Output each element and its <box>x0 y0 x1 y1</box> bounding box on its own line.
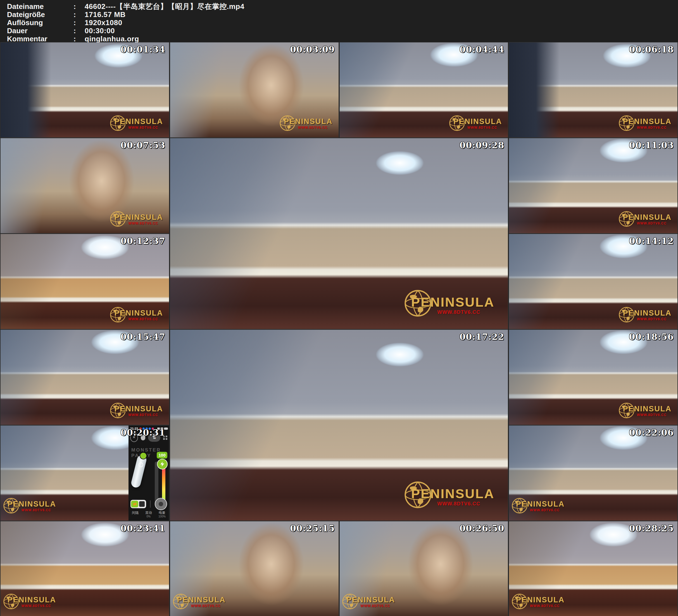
watermark-url: WWW.8DTV6.CC <box>128 413 158 417</box>
watermark-brand: PENINSULA <box>114 213 163 222</box>
watermark-url: WWW.8DTV6.CC <box>191 604 221 608</box>
video-thumbnail: PENINSULA WWW.8DTV6.CC 00:25:15 <box>170 521 339 616</box>
peninsula-watermark: PENINSULA WWW.8DTV6.CC <box>280 117 333 134</box>
timestamp-badge: 00:15:47 <box>120 332 165 342</box>
watermark-brand: PENINSULA <box>453 117 502 126</box>
peninsula-watermark: PENINSULA WWW.8DTV6.CC <box>405 293 497 323</box>
metadata-header: Dateiname : 46602----【半岛束艺台】【昭月】尽在掌控.mp4… <box>0 0 678 42</box>
video-thumbnail: PENINSULA WWW.8DTV6.CC 00:12:37 <box>1 234 169 329</box>
meta-value: 46602----【半岛束艺台】【昭月】尽在掌控.mp4 <box>85 2 244 11</box>
timestamp-badge: 00:28:25 <box>629 523 674 533</box>
watermark-url: WWW.8DTV6.CC <box>467 126 497 129</box>
meta-row: Dauer : 00:30:00 <box>7 27 678 35</box>
meta-label: Auflösung <box>7 19 73 27</box>
watermark-brand: PENINSULA <box>177 595 226 604</box>
video-thumbnail: PENINSULA WWW.8DTV6.CC 00:04:44 <box>340 42 508 138</box>
phone-label: 间隔 <box>132 511 139 518</box>
video-thumbnail: PENINSULA WWW.8DTV6.CC 00:07:53 <box>1 138 169 233</box>
toggle-off-box <box>139 501 145 507</box>
contact-sheet: Dateiname : 46602----【半岛束艺台】【昭月】尽在掌控.mp4… <box>0 0 678 616</box>
watermark-brand: PENINSULA <box>516 595 565 604</box>
peninsula-watermark: PENINSULA WWW.8DTV6.CC <box>4 499 57 517</box>
meta-colon: : <box>73 19 85 27</box>
meta-value: 00:30:00 <box>85 27 115 35</box>
meta-label: Dauer <box>7 27 73 35</box>
peninsula-watermark: PENINSULA WWW.8DTV6.CC <box>110 404 163 422</box>
phone-bottom-controls: ⇄ <box>128 498 169 510</box>
meta-value: 1920x1080 <box>85 19 122 27</box>
thumbnail-grid: PENINSULA WWW.8DTV6.CC 00:01:34 PENINSUL… <box>1 42 677 616</box>
timestamp-badge: 00:04:44 <box>459 44 504 54</box>
watermark-url: WWW.8DTV6.CC <box>22 604 51 608</box>
watermark-brand: PENINSULA <box>114 405 163 413</box>
intensity-value-badge: 100 <box>157 452 167 459</box>
video-thumbnail: PENINSULA WWW.8DTV6.CC 00:28:25 <box>509 521 677 616</box>
peninsula-watermark: PENINSULA WWW.8DTV6.CC <box>173 595 226 613</box>
timestamp-badge: 00:06:18 <box>629 44 674 54</box>
watermark-url: WWW.8DTV6.CC <box>637 126 667 129</box>
watermark-brand: PENINSULA <box>7 595 56 604</box>
phone-label: 震动0% <box>145 511 152 518</box>
watermark-url: WWW.8DTV6.CC <box>361 604 390 608</box>
watermark-url: WWW.8DTV6.CC <box>298 126 328 129</box>
video-thumbnail: PENINSULA WWW.8DTV6.CC 00:17:22 <box>170 330 508 521</box>
meta-row: Dateiname : 46602----【半岛束艺台】【昭月】尽在掌控.mp4 <box>7 2 678 11</box>
watermark-url: WWW.8DTV6.CC <box>438 501 481 507</box>
timestamp-badge: 00:03:09 <box>290 44 335 54</box>
watermark-brand: PENINSULA <box>623 117 672 126</box>
phone-label: 电量100% <box>158 511 166 518</box>
timestamp-badge: 00:01:34 <box>120 44 165 54</box>
wand-device <box>130 454 148 489</box>
divider <box>150 500 151 508</box>
watermark-brand: PENINSULA <box>623 309 672 317</box>
video-thumbnail: PENINSULA WWW.8DTV6.CC 00:03:09 <box>170 42 339 138</box>
video-thumbnail: PENINSULA WWW.8DTV6.CC 00:26:50 <box>340 521 508 616</box>
peninsula-watermark: PENINSULA WWW.8DTV6.CC <box>619 117 672 134</box>
phone-label-value: 0% <box>145 515 152 518</box>
vibration-button <box>155 498 167 510</box>
peninsula-watermark: PENINSULA WWW.8DTV6.CC <box>512 499 565 517</box>
meta-label: Dateigröße <box>7 11 73 19</box>
watermark-brand: PENINSULA <box>411 294 495 310</box>
peninsula-watermark: PENINSULA WWW.8DTV6.CC <box>619 308 672 326</box>
video-thumbnail: PENINSULA WWW.8DTV6.CC 00:22:06 <box>509 426 677 521</box>
lightning-icon <box>157 459 167 469</box>
timestamp-badge: 00:22:06 <box>629 427 674 437</box>
meta-row: Dateigröße : 1716.57 MB <box>7 11 678 19</box>
peninsula-watermark: PENINSULA WWW.8DTV6.CC <box>450 117 502 134</box>
toggle-arrows-icon: ⇄ <box>131 501 138 507</box>
peninsula-watermark: PENINSULA WWW.8DTV6.CC <box>110 117 163 134</box>
timestamp-badge: 00:14:12 <box>629 236 674 246</box>
phone-label-value: 100% <box>158 515 166 518</box>
meta-colon: : <box>73 27 85 35</box>
peninsula-watermark: PENINSULA WWW.8DTV6.CC <box>4 595 57 613</box>
watermark-brand: PENINSULA <box>284 117 332 126</box>
timestamp-badge: 00:17:22 <box>459 332 504 342</box>
watermark-brand: PENINSULA <box>516 500 565 508</box>
video-thumbnail: PENINSULA WWW.8DTV6.CC 00:11:03 <box>509 138 677 233</box>
watermark-url: WWW.8DTV6.CC <box>637 317 667 321</box>
meta-row: Auflösung : 1920x1080 <box>7 19 678 27</box>
video-thumbnail: PENINSULA WWW.8DTV6.CC 00:14:12 <box>509 234 677 329</box>
watermark-url: WWW.8DTV6.CC <box>530 604 560 608</box>
meta-label: Kommentar <box>7 35 73 43</box>
timestamp-badge: 00:20:31 <box>120 427 165 437</box>
timestamp-badge: 00:07:53 <box>120 140 165 150</box>
device-button <box>138 462 144 468</box>
watermark-url: WWW.8DTV6.CC <box>22 508 51 512</box>
meta-value: qinglanhua.org <box>85 35 139 43</box>
timestamp-badge: 00:09:28 <box>459 140 504 150</box>
phone-app-overlay: 21:23 × ⇅ MONSTER PARTY 100 ⇄ <box>128 426 169 521</box>
meta-colon: : <box>73 35 85 43</box>
timestamp-badge: 00:26:50 <box>459 523 504 533</box>
watermark-brand: PENINSULA <box>623 213 672 222</box>
timestamp-badge: 00:18:56 <box>629 332 674 342</box>
video-thumbnail: PENINSULA WWW.8DTV6.CC 00:09:28 <box>170 138 508 329</box>
timestamp-badge: 00:12:37 <box>120 236 165 246</box>
watermark-brand: PENINSULA <box>114 117 163 126</box>
watermark-url: WWW.8DTV6.CC <box>128 126 158 129</box>
peninsula-watermark: PENINSULA WWW.8DTV6.CC <box>619 404 672 422</box>
meta-row: Kommentar : qinglanhua.org <box>7 35 678 43</box>
watermark-url: WWW.8DTV6.CC <box>637 222 667 225</box>
watermark-brand: PENINSULA <box>7 500 56 508</box>
